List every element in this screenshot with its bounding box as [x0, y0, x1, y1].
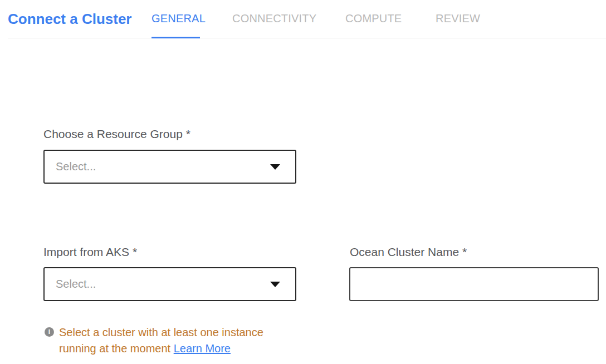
header-divider	[8, 38, 606, 38]
info-note-text: Select a cluster with at least one insta…	[59, 324, 266, 357]
resource-group-placeholder: Select...	[56, 160, 96, 173]
active-tab-underline	[152, 37, 200, 38]
connect-cluster-wizard: Connect a Cluster GENERAL CONNECTIVITY C…	[0, 0, 606, 364]
page-title: Connect a Cluster	[8, 11, 132, 28]
chevron-down-icon	[270, 282, 280, 287]
learn-more-link[interactable]: Learn More	[174, 342, 231, 355]
ocean-cluster-name-label: Ocean Cluster Name *	[350, 245, 467, 259]
tab-review[interactable]: REVIEW	[436, 12, 480, 25]
tab-connectivity[interactable]: CONNECTIVITY	[232, 12, 316, 25]
import-aks-placeholder: Select...	[56, 278, 96, 291]
info-icon: i	[45, 327, 54, 337]
tab-compute[interactable]: COMPUTE	[345, 12, 402, 25]
chevron-down-icon	[270, 164, 280, 170]
import-aks-label: Import from AKS *	[43, 245, 137, 259]
ocean-cluster-name-input[interactable]	[349, 267, 599, 301]
info-note: i Select a cluster with at least one ins…	[45, 324, 266, 357]
resource-group-select[interactable]: Select...	[43, 150, 296, 184]
resource-group-label: Choose a Resource Group *	[43, 127, 190, 141]
info-note-message: Select a cluster with at least one insta…	[59, 326, 263, 355]
import-aks-select[interactable]: Select...	[43, 267, 296, 301]
tab-general[interactable]: GENERAL	[152, 12, 206, 25]
